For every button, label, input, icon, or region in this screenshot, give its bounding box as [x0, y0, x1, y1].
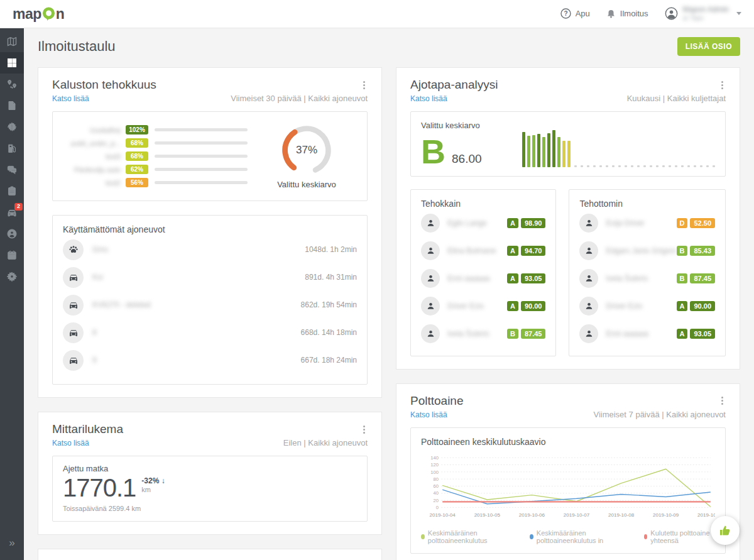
- chat-icon: [7, 165, 17, 175]
- user-avatar-icon: [665, 7, 678, 20]
- fleet-efficiency-title: Kaluston tehokkuus: [52, 78, 156, 92]
- sidebar-item-settings[interactable]: [0, 266, 24, 287]
- fleet-efficiency-menu-button[interactable]: [361, 79, 368, 92]
- fleet-bar-row[interactable]: Pärdevdju auto 62%: [63, 163, 256, 176]
- sidebar-item-calendar[interactable]: [0, 244, 24, 266]
- fleet-efficiency-filter[interactable]: Viimeiset 30 päivää | Kaikki ajoneuvot: [231, 94, 368, 103]
- driver-row[interactable]: Edgars Janis Grigors B 85.43: [579, 238, 715, 264]
- help-icon: ?: [560, 8, 571, 19]
- person-icon: [426, 329, 435, 338]
- car-icon: [68, 327, 79, 338]
- svg-text:2019-10-07: 2019-10-07: [564, 512, 590, 517]
- sidebar-item-map[interactable]: [0, 31, 24, 52]
- odometer-see-more-link[interactable]: Katso lisää: [52, 439, 89, 447]
- notifications-menu[interactable]: Ilmoitus: [606, 9, 648, 19]
- sidebar-item-documents[interactable]: [0, 95, 24, 116]
- help-menu[interactable]: ? Apu: [560, 8, 590, 19]
- fleet-bar-row[interactable]: publi_under_p... 68%: [63, 136, 256, 150]
- sidebar-expand-icon[interactable]: »: [0, 532, 24, 554]
- fleet-bar-row[interactable]: test3 68%: [63, 150, 256, 163]
- driving-bar-chart: [522, 126, 715, 167]
- car-icon: [68, 300, 79, 310]
- dashboard-icon: [7, 58, 17, 68]
- person-icon: [426, 301, 435, 310]
- feedback-fab-button[interactable]: [711, 516, 740, 545]
- sidebar-item-vehicles[interactable]: 2: [0, 202, 24, 223]
- svg-text:2019-10-10: 2019-10-10: [697, 512, 715, 517]
- user-menu[interactable]: Mapon Admin ar Tapo: [665, 6, 741, 21]
- sidebar-item-messages[interactable]: [0, 159, 24, 180]
- odometer-title: Mittarilukema: [52, 422, 123, 436]
- driver-row[interactable]: Driver Ezis A 90.00: [421, 293, 545, 319]
- driving-analysis-menu-button[interactable]: [719, 79, 726, 92]
- unused-vehicle-row[interactable]: KV6270 - deleted 862d. 19h 54min: [63, 292, 357, 317]
- odometer-menu-button[interactable]: [361, 423, 368, 436]
- fuel-title: Polttoaine: [410, 394, 464, 408]
- svg-text:120: 120: [430, 462, 439, 468]
- svg-text:2019-10-06: 2019-10-06: [519, 512, 545, 517]
- unused-vehicle-row[interactable]: Ksi 891d. 4h 31min: [63, 265, 357, 290]
- mapon-logo[interactable]: map n: [13, 6, 64, 23]
- logo-text-map: map: [13, 6, 41, 23]
- average-gauge: 37% Valittu keskiarvo: [256, 123, 357, 189]
- fuel-chart-box: Polttoaineen keskikulutuskaavio 02040608…: [410, 427, 726, 554]
- fleet-bar-row[interactable]: test2 56%: [63, 176, 256, 189]
- worst-drivers-title: Tehottomin: [579, 199, 715, 209]
- fleet-efficiency-see-more-link[interactable]: Katso lisää: [52, 94, 89, 103]
- unused-vehicle-row[interactable]: 8 668d. 14h 18min: [63, 320, 357, 345]
- unused-vehicle-row[interactable]: 9 667d. 18h 24min: [63, 348, 357, 373]
- driver-row[interactable]: Driver Ezis A 90.00: [579, 293, 715, 319]
- odometer-card: Mittarilukema Katso lisää Eilen | Kaikki…: [38, 412, 382, 535]
- person-icon: [426, 273, 435, 283]
- driver-row[interactable]: Iveta Šuteris B 87.45: [421, 321, 545, 347]
- odometer-value: 1770.1: [63, 475, 136, 501]
- topbar: map n ? Apu Ilmoitus: [0, 0, 754, 28]
- sidebar: 2 »: [0, 28, 24, 560]
- driver-row[interactable]: Elina Bulmane A 94.70: [421, 238, 545, 264]
- add-section-button[interactable]: LISÄÄ OSIO: [677, 37, 740, 56]
- fleet-bar-row[interactable]: Uusladhej 102%: [63, 123, 256, 136]
- fleet-efficiency-card: Kaluston tehokkuus Katso lisää Viimeiset…: [38, 67, 382, 398]
- sidebar-item-fuel[interactable]: [0, 138, 24, 159]
- sidebar-item-dashboard[interactable]: [0, 52, 24, 74]
- svg-text:20: 20: [433, 497, 438, 503]
- sidebar-item-tasks[interactable]: [0, 180, 24, 202]
- chevron-down-icon: [736, 12, 741, 15]
- driving-analysis-see-more-link[interactable]: Katso lisää: [410, 94, 447, 103]
- vehicles-badge: 2: [14, 203, 23, 211]
- document-icon: [7, 101, 17, 111]
- paw-icon: [68, 244, 79, 255]
- svg-text:40: 40: [433, 490, 438, 496]
- odometer-metric-box: Ajettu matka 1770.1 -32% ↓ km Toissapäiv…: [52, 456, 368, 522]
- driver-row[interactable]: Enni aaaaaa A 93.05: [579, 321, 715, 347]
- person-icon: [584, 273, 594, 283]
- driving-analysis-title: Ajotapa-analyysi: [410, 78, 498, 92]
- fuel-filter[interactable]: Viimeiset 7 päivää | Kaikki ajoneuvot: [593, 410, 726, 419]
- fuel-menu-button[interactable]: [719, 394, 726, 407]
- driving-analysis-filter[interactable]: Kuukausi | Kaikki kuljettajat: [627, 94, 726, 103]
- driver-row[interactable]: Enni aaaaaa A 93.05: [421, 265, 545, 292]
- svg-text:2019-10-04: 2019-10-04: [430, 512, 456, 517]
- driver-row[interactable]: Egils Lange A 98.90: [421, 210, 545, 236]
- odometer-metric-label: Ajettu matka: [63, 464, 357, 473]
- sidebar-item-drivers[interactable]: [0, 223, 24, 244]
- driver-row[interactable]: Iveta Šuteris B 87.45: [579, 265, 715, 292]
- odometer-subtitle: Toissapäivänä 2599.4 km: [63, 505, 357, 512]
- gauge-value: 37%: [280, 123, 334, 177]
- driving-average-label: Valittu keskiarvo: [421, 121, 482, 130]
- car-icon: [68, 355, 79, 365]
- svg-text:60: 60: [433, 483, 438, 489]
- sidebar-item-alerts[interactable]: [0, 116, 24, 138]
- unused-vehicle-row[interactable]: Gms 1048d. 1h 2min: [63, 237, 357, 262]
- odometer-filter[interactable]: Eilen | Kaikki ajoneuvot: [283, 438, 368, 447]
- sidebar-item-routes[interactable]: [0, 74, 24, 95]
- legend-dot-blue: [530, 534, 533, 539]
- driver-row[interactable]: Evija Driver D 52.50: [579, 210, 715, 236]
- worst-drivers-box: Tehottomin Evija Driver D 52.50 Edgars J…: [569, 189, 726, 356]
- unused-vehicles-title: Käyttämättömät ajoneuvot: [63, 224, 357, 234]
- routes-icon: [7, 79, 17, 89]
- notifications-label: Ilmoitus: [620, 9, 648, 18]
- driving-average-grade: B: [421, 136, 445, 167]
- fuel-see-more-link[interactable]: Katso lisää: [410, 410, 447, 419]
- fuel-chart-title: Polttoaineen keskikulutuskaavio: [421, 437, 715, 447]
